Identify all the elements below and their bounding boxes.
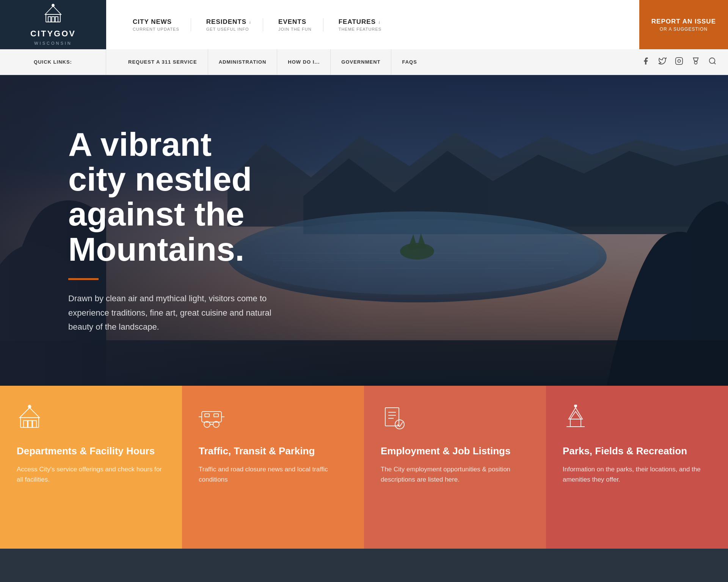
report-issue-button[interactable]: REPORT AN ISSUE OR A SUGGESTION xyxy=(639,0,728,49)
svg-marker-46 xyxy=(570,411,581,419)
cards-section: Departments & Facility Hours Access City… xyxy=(0,386,728,549)
card-parks-desc: Information on the parks, their location… xyxy=(563,464,711,485)
nav-features-sub: THEME FEATURES xyxy=(339,27,381,31)
card-employment-icon xyxy=(381,405,529,434)
twitter-icon[interactable] xyxy=(658,57,667,67)
card-departments-icon xyxy=(17,405,165,434)
instagram-icon[interactable] xyxy=(675,57,683,67)
search-icon[interactable] xyxy=(708,57,717,67)
svg-point-41 xyxy=(395,420,404,429)
nav-item-events[interactable]: EVENTS JOIN THE FUN xyxy=(267,18,323,31)
quick-link-faqs[interactable]: FAQS xyxy=(391,49,427,75)
svg-point-28 xyxy=(28,405,31,408)
svg-rect-23 xyxy=(24,421,27,427)
svg-point-6 xyxy=(52,4,54,6)
svg-line-43 xyxy=(400,422,403,427)
logo[interactable]: CITYGOV WISCONSIN xyxy=(0,0,106,49)
card-employment-desc: The City employment opportunities & posi… xyxy=(381,464,529,485)
hero-section: A vibrant city nestled against the Mount… xyxy=(0,75,728,386)
nav-item-city-news[interactable]: CITY NEWS CURRENT UPDATES xyxy=(121,18,191,31)
svg-rect-24 xyxy=(28,421,32,427)
logo-state: WISCONSIN xyxy=(34,41,72,45)
social-icons-group xyxy=(630,57,728,67)
quick-links-label: QUICK LINKS: xyxy=(0,49,106,75)
svg-point-48 xyxy=(574,405,577,407)
logo-icon xyxy=(43,4,63,27)
svg-marker-45 xyxy=(569,408,582,419)
card-parks[interactable]: Parks, Fields & Recreation Information o… xyxy=(546,386,728,549)
svg-rect-7 xyxy=(676,58,682,64)
svg-rect-1 xyxy=(48,17,51,22)
logo-name: CITYGOV xyxy=(30,29,76,39)
svg-marker-26 xyxy=(20,408,39,418)
nav-city-news-title: CITY NEWS xyxy=(133,18,179,26)
svg-rect-2 xyxy=(52,17,55,22)
hero-description: Drawn by clean air and mythical light, v… xyxy=(68,291,273,334)
quick-link-311[interactable]: REQUEST A 311 SERVICE xyxy=(118,49,208,75)
quick-links-bar: QUICK LINKS: REQUEST A 311 SERVICE ADMIN… xyxy=(0,49,728,75)
card-departments-desc: Access City's service offerings and chec… xyxy=(17,464,165,485)
svg-marker-4 xyxy=(45,6,61,14)
svg-point-10 xyxy=(709,58,715,64)
svg-rect-35 xyxy=(205,414,209,417)
quick-link-admin[interactable]: ADMINISTRATION xyxy=(208,49,278,75)
svg-point-9 xyxy=(694,61,697,64)
bottom-area xyxy=(0,549,728,582)
card-traffic-desc: Traffic and road closure news and local … xyxy=(199,464,347,485)
nav-features-title: FEATURES ↓ xyxy=(339,18,381,26)
hero-title: A vibrant city nestled against the Mount… xyxy=(68,127,273,267)
quick-links-nav: REQUEST A 311 SERVICE ADMINISTRATION HOW… xyxy=(106,49,630,75)
card-employment-title: Employment & Job Listings xyxy=(381,445,529,457)
report-btn-title: REPORT AN ISSUE xyxy=(651,18,716,25)
residents-arrow-icon: ↓ xyxy=(249,19,251,25)
card-traffic-title: Traffic, Transit & Parking xyxy=(199,445,347,457)
foursquare-icon[interactable] xyxy=(692,57,700,67)
nav-events-title: EVENTS xyxy=(278,18,312,26)
nav-events-sub: JOIN THE FUN xyxy=(278,27,312,31)
svg-rect-25 xyxy=(33,421,36,427)
nav-residents-title: RESIDENTS ↓ xyxy=(206,18,251,26)
hero-content: A vibrant city nestled against the Mount… xyxy=(0,104,341,357)
nav-residents-sub: GET USEFUL INFO xyxy=(206,27,251,31)
facebook-icon[interactable] xyxy=(642,57,650,67)
card-departments[interactable]: Departments & Facility Hours Access City… xyxy=(0,386,182,549)
card-employment[interactable]: Employment & Job Listings The City emplo… xyxy=(364,386,546,549)
nav-city-news-sub: CURRENT UPDATES xyxy=(133,27,179,31)
quick-link-howdoi[interactable]: HOW DO I... xyxy=(277,49,331,75)
card-departments-title: Departments & Facility Hours xyxy=(17,445,165,457)
card-parks-title: Parks, Fields & Recreation xyxy=(563,445,711,457)
quick-link-government[interactable]: GOVERNMENT xyxy=(331,49,391,75)
features-arrow-icon: ↓ xyxy=(378,19,381,25)
card-traffic-icon xyxy=(199,405,347,434)
report-btn-sub: OR A SUGGESTION xyxy=(660,27,708,32)
svg-line-11 xyxy=(714,63,715,64)
hero-divider xyxy=(68,278,99,280)
card-parks-icon xyxy=(563,405,711,434)
svg-rect-44 xyxy=(570,419,581,427)
nav-item-features[interactable]: FEATURES ↓ THEME FEATURES xyxy=(327,18,393,31)
svg-rect-36 xyxy=(214,414,218,417)
nav-item-residents[interactable]: RESIDENTS ↓ GET USEFUL INFO xyxy=(195,18,263,31)
svg-rect-3 xyxy=(55,17,58,22)
svg-rect-37 xyxy=(385,408,399,426)
card-traffic[interactable]: Traffic, Transit & Parking Traffic and r… xyxy=(182,386,364,549)
main-nav: CITY NEWS CURRENT UPDATES RESIDENTS ↓ GE… xyxy=(106,0,639,49)
